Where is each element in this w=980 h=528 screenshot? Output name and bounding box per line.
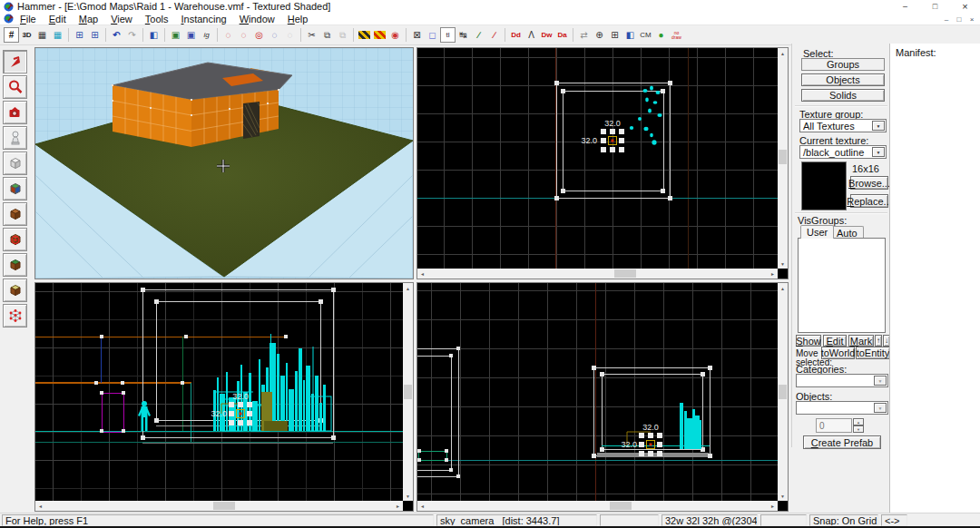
scrollbar-thumb[interactable]	[213, 502, 235, 510]
tab-user[interactable]: User	[800, 225, 834, 239]
text-lock-icon[interactable]: tl	[440, 27, 456, 43]
texture-group-dropdown[interactable]: All Textures ▼	[799, 119, 887, 132]
current-texture-dropdown[interactable]: /black_outline ▼	[799, 145, 887, 159]
chevron-down-icon[interactable]: ▼	[872, 147, 885, 157]
horizontal-scrollbar[interactable]: ◄ ►	[417, 501, 778, 511]
viewport-2d-top[interactable]: 32.0 32.0 ▲ ▼ ◄ ►	[416, 47, 789, 279]
apply-current-texture-tool[interactable]	[3, 202, 27, 226]
model-fade-icon[interactable]: ◧	[622, 27, 638, 43]
menu-edit[interactable]: Edit	[43, 14, 73, 24]
magnify-tool[interactable]	[3, 75, 27, 99]
hide-selected-icon[interactable]: ◌	[220, 27, 236, 43]
browse-button[interactable]: Browse...	[850, 176, 888, 190]
mdi-minimize-button[interactable]: –	[940, 14, 953, 24]
categories-dropdown[interactable]: ▼	[796, 374, 888, 387]
undo-icon[interactable]: ↶	[109, 27, 124, 43]
maximize-button[interactable]: □	[920, 0, 950, 13]
scroll-left-arrow[interactable]: ◄	[417, 269, 427, 279]
viewport-2d-front[interactable]: 32.0 32.0 ▲ ▼ ◄ ►	[416, 282, 789, 512]
redo-icon[interactable]: ↷	[124, 27, 140, 43]
block-tool[interactable]	[3, 152, 27, 175]
tab-auto[interactable]: Auto	[830, 226, 864, 239]
overlay-tool[interactable]	[3, 253, 27, 277]
load-window-state-icon[interactable]: ⊞	[72, 27, 87, 43]
scroll-left-arrow[interactable]: ◄	[35, 501, 45, 511]
scroll-right-arrow[interactable]: ►	[768, 269, 778, 279]
paste-icon[interactable]: ⧉	[335, 27, 350, 43]
apply-decals-tool[interactable]	[3, 228, 27, 251]
scrollbar-thumb[interactable]	[610, 502, 632, 510]
save-window-state-icon[interactable]: ⊞	[87, 27, 103, 43]
mdi-restore-button[interactable]: □	[953, 14, 965, 24]
carve-icon[interactable]: ◧	[146, 27, 162, 43]
ignore-groups-icon[interactable]: ig	[199, 27, 214, 43]
clip-green-icon[interactable]: ∕	[471, 27, 486, 43]
menu-instancing[interactable]: Instancing	[174, 14, 232, 24]
texture-lock-icon[interactable]: ⊠	[409, 27, 425, 43]
select-groups-button[interactable]: Groups	[801, 58, 885, 71]
nav-wheel-icon[interactable]: ⊕	[592, 27, 607, 43]
vertical-scrollbar[interactable]: ▲ ▼	[403, 283, 413, 501]
spin-down-icon[interactable]: ▼	[853, 425, 864, 433]
chevron-down-icon[interactable]: ▼	[872, 121, 885, 131]
show-hidden-icon[interactable]: ◎	[251, 27, 267, 43]
dd-icon[interactable]: Dd	[508, 27, 524, 43]
menu-help[interactable]: Help	[281, 14, 315, 24]
clipping-tool[interactable]	[3, 279, 27, 302]
viewport-2d-side[interactable]: 32.0 32.0 ▲ ▼ ◄ ►	[34, 282, 414, 512]
scrollbar-thumb[interactable]	[404, 385, 412, 399]
horizontal-scrollbar[interactable]: ◄ ►	[35, 501, 403, 511]
mdi-close-button[interactable]: ×	[965, 14, 978, 24]
entity-tool[interactable]	[3, 126, 27, 150]
scroll-down-arrow[interactable]: ▼	[778, 491, 788, 501]
nodraw-icon[interactable]: no draw	[669, 27, 684, 43]
vertical-scrollbar[interactable]: ▲ ▼	[778, 48, 788, 269]
scroll-down-arrow[interactable]: ▼	[403, 491, 413, 501]
mark-button[interactable]: Mark	[848, 335, 874, 347]
cm-icon[interactable]: CM	[638, 27, 653, 43]
scroll-up-arrow[interactable]: ▲	[778, 283, 788, 293]
menu-map[interactable]: Map	[73, 14, 104, 24]
menu-tools[interactable]: Tools	[139, 14, 175, 24]
select-objects-button[interactable]: Objects	[801, 73, 885, 86]
scroll-right-arrow[interactable]: ►	[768, 501, 778, 511]
camera-tool[interactable]	[3, 101, 27, 124]
vertical-scrollbar[interactable]: ▲ ▼	[778, 283, 788, 501]
radius-culling-icon[interactable]: ◉	[387, 27, 403, 43]
hide-mask-icon[interactable]: ◌	[267, 27, 282, 43]
displacement-mask-icon[interactable]: ↹	[456, 27, 471, 43]
edit-button[interactable]: Edit	[823, 335, 847, 347]
title-bar[interactable]: Hammer - [E:\Gmod Maps\Raid 1 - Warehous…	[0, 0, 980, 13]
spin-up-icon[interactable]: ▲	[853, 418, 864, 425]
objects-dropdown[interactable]: ▼	[796, 401, 888, 415]
scroll-up-arrow[interactable]: ▲	[403, 283, 413, 293]
grid-larger-icon[interactable]: ▦	[50, 27, 65, 43]
select-marquee-icon[interactable]: ◻	[425, 27, 440, 43]
path-arrows-icon[interactable]: ⇄	[576, 27, 592, 43]
show-button[interactable]: Show	[796, 335, 821, 347]
group-icon[interactable]: ▣	[168, 27, 183, 43]
menu-file[interactable]: File	[14, 14, 43, 24]
cordon-edit-icon[interactable]	[372, 27, 387, 43]
scroll-left-arrow[interactable]: ◄	[417, 501, 427, 511]
scrollbar-thumb[interactable]	[614, 269, 636, 278]
scroll-up-arrow[interactable]: ▲	[778, 48, 788, 58]
move-up-button[interactable]: ↑	[875, 335, 882, 347]
toggle-3d-grid-icon[interactable]: 3D	[19, 27, 34, 43]
menu-window[interactable]: Window	[233, 14, 281, 24]
leaf-icon[interactable]: ●	[653, 27, 669, 43]
da-icon[interactable]: Da	[554, 27, 570, 43]
replace-button[interactable]: Replace...	[850, 194, 888, 208]
vertex-manipulation-tool[interactable]	[3, 304, 27, 328]
cut-icon[interactable]: ✂	[304, 27, 319, 43]
prefab-count-field[interactable]: 0	[816, 418, 852, 433]
scrollbar-thumb[interactable]	[779, 150, 787, 164]
chevron-down-icon[interactable]: ▼	[874, 376, 887, 386]
to-world-button[interactable]: toWorld	[821, 347, 855, 359]
copy-icon[interactable]: ⧉	[319, 27, 335, 43]
toggle-grid-icon[interactable]: #	[4, 27, 19, 43]
ungroup-icon[interactable]: ▣	[183, 27, 199, 43]
hide-unselected-icon[interactable]: ◌	[236, 27, 251, 43]
create-prefab-button[interactable]: Create Prefab	[803, 435, 881, 449]
to-entity-button[interactable]: toEntity	[856, 347, 890, 359]
